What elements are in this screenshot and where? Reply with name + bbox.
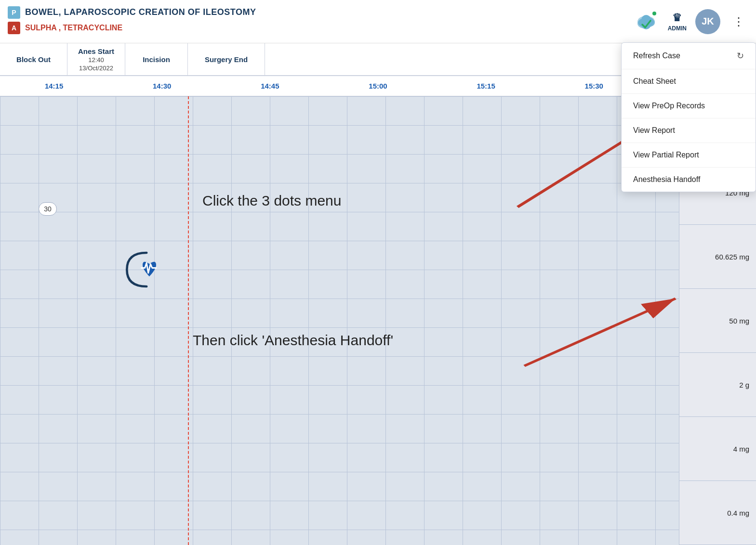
procedure-label: BOWEL, LAPAROSCOPIC CREATION OF ILEOSTOM… bbox=[25, 7, 256, 17]
sync-status-dot bbox=[651, 11, 657, 16]
grid-background: 30 Click the 3 dots menu Then click 'Ane… bbox=[0, 96, 679, 545]
block-out-label: Block Out bbox=[16, 55, 51, 64]
procedure-badge: P bbox=[8, 6, 20, 19]
time-14-45: 14:45 bbox=[216, 82, 324, 90]
block-out-button[interactable]: Block Out bbox=[0, 43, 67, 75]
menu-item-view-report[interactable]: View Report bbox=[622, 118, 756, 143]
menu-item-partial-label: View Partial Report bbox=[633, 151, 699, 159]
menu-item-partial-report[interactable]: View Partial Report bbox=[622, 143, 756, 168]
surgery-end-label: Surgery End bbox=[205, 55, 248, 64]
admin-block: ♛ ADMIN bbox=[668, 12, 687, 32]
time-14-30: 14:30 bbox=[108, 82, 216, 90]
allergy-label: SULPHA , TETRACYCLINE bbox=[25, 24, 122, 32]
menu-item-handoff-label: Anesthesia Handoff bbox=[633, 175, 700, 184]
menu-item-refresh-label: Refresh Case bbox=[633, 52, 680, 60]
chart-grid: 30 Click the 3 dots menu Then click 'Ane… bbox=[0, 96, 679, 545]
dosage-row-6: 4 mg bbox=[679, 417, 756, 481]
annotation-click-dots: Click the 3 dots menu bbox=[202, 193, 341, 209]
three-dots-menu-button[interactable]: ⋮ bbox=[729, 13, 748, 30]
annotation-handoff: Then click 'Anesthesia Handoff' bbox=[193, 332, 393, 349]
allergy-row: A SULPHA , TETRACYCLINE bbox=[8, 22, 633, 34]
anes-date: 13/Oct/2022 bbox=[79, 65, 113, 72]
menu-item-preop-label: View PreOp Records bbox=[633, 102, 705, 110]
menu-item-refresh-case[interactable]: Refresh Case ↻ bbox=[622, 43, 756, 69]
avatar[interactable]: JK bbox=[695, 9, 720, 34]
incision-button[interactable]: Incision bbox=[125, 43, 188, 75]
crown-icon: ♛ bbox=[672, 12, 682, 24]
header-right: ♛ ADMIN JK ⋮ bbox=[633, 9, 748, 35]
time-14-15: 14:15 bbox=[0, 82, 108, 90]
anes-time: 12:40 bbox=[88, 56, 104, 64]
header-info: P BOWEL, LAPAROSCOPIC CREATION OF ILEOST… bbox=[8, 6, 633, 37]
menu-item-cheat-sheet-label: Cheat Sheet bbox=[633, 77, 676, 86]
anes-start-button[interactable]: Anes Start 12:40 13/Oct/2022 bbox=[67, 43, 125, 75]
annotation-arrows bbox=[0, 96, 679, 545]
menu-item-anesthesia-handoff[interactable]: Anesthesia Handoff bbox=[622, 168, 756, 192]
dosage-row-3: 60.625 mg bbox=[679, 225, 756, 289]
dropdown-menu: Refresh Case ↻ Cheat Sheet View PreOp Re… bbox=[621, 42, 756, 192]
menu-item-cheat-sheet[interactable]: Cheat Sheet bbox=[622, 69, 756, 94]
surgery-end-button[interactable]: Surgery End bbox=[188, 43, 265, 75]
refresh-icon: ↻ bbox=[737, 51, 744, 61]
procedure-row: P BOWEL, LAPAROSCOPIC CREATION OF ILEOST… bbox=[8, 6, 633, 19]
heart-monitor-icon bbox=[116, 236, 183, 305]
admin-label: ADMIN bbox=[668, 25, 687, 32]
svg-line-10 bbox=[524, 298, 676, 366]
time-15-00: 15:00 bbox=[324, 82, 432, 90]
menu-item-preop-records[interactable]: View PreOp Records bbox=[622, 94, 756, 118]
app-header: P BOWEL, LAPAROSCOPIC CREATION OF ILEOST… bbox=[0, 0, 756, 43]
dosage-row-7: 0.4 mg bbox=[679, 481, 756, 545]
time-15-15: 15:15 bbox=[432, 82, 540, 90]
menu-item-report-label: View Report bbox=[633, 126, 675, 135]
allergy-badge: A bbox=[8, 22, 20, 34]
dosage-row-4: 50 mg bbox=[679, 289, 756, 353]
anes-start-label: Anes Start bbox=[78, 47, 114, 55]
dosage-row-5: 2 g bbox=[679, 353, 756, 417]
cloud-sync-icon bbox=[633, 9, 659, 35]
incision-label: Incision bbox=[143, 55, 170, 64]
current-time-line bbox=[188, 96, 189, 545]
value-bubble-30: 30 bbox=[39, 202, 57, 216]
